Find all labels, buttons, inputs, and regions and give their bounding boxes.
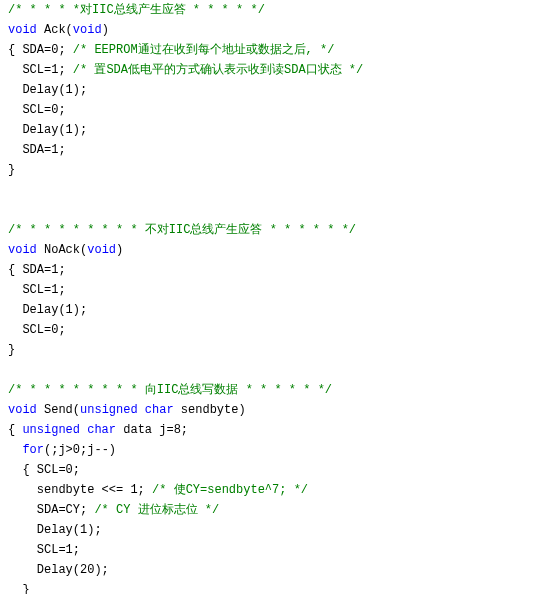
code-text: sendbyte <<= 1; (8, 483, 152, 497)
code-line: /* * * * * * * * * 向IIC总线写数据 * * * * * *… (8, 380, 527, 400)
code-text: Delay(1); (8, 303, 87, 317)
code-line: void NoAck(void) (8, 240, 527, 260)
code-text: SDA=1; (8, 143, 66, 157)
blank-line (8, 200, 527, 220)
comment: /* * * * * * * * * 向IIC总线写数据 * * * * * *… (8, 383, 332, 397)
code-text: (;j>0;j--) (44, 443, 116, 457)
code-text: ) (116, 243, 123, 257)
code-text (138, 403, 145, 417)
code-text: } (8, 163, 15, 177)
code-line: sendbyte <<= 1; /* 使CY=sendbyte^7; */ (8, 480, 527, 500)
code-line: /* * * * * * * * * 不对IIC总线产生应答 * * * * *… (8, 220, 527, 240)
comment: /* 使CY=sendbyte^7; */ (152, 483, 308, 497)
keyword: char (87, 423, 116, 437)
code-line: SCL=1; (8, 280, 527, 300)
code-line: SCL=1; (8, 540, 527, 560)
keyword: void (8, 23, 37, 37)
code-line: } (8, 340, 527, 360)
code-text: NoAck( (37, 243, 87, 257)
code-line: { unsigned char data j=8; (8, 420, 527, 440)
keyword: void (73, 23, 102, 37)
code-line: Delay(1); (8, 520, 527, 540)
code-line: /* * * * *对IIC总线产生应答 * * * * */ (8, 0, 527, 20)
code-text: { (8, 423, 22, 437)
code-line: SCL=1; /* 置SDA低电平的方式确认表示收到读SDA口状态 */ (8, 60, 527, 80)
code-text: SCL=1; (8, 283, 66, 297)
comment: /* * * * *对IIC总线产生应答 * * * * */ (8, 3, 265, 17)
keyword: void (8, 243, 37, 257)
code-text: SCL=0; (8, 323, 66, 337)
code-text: Delay(1); (8, 83, 87, 97)
code-line: Delay(1); (8, 300, 527, 320)
code-line: { SDA=1; (8, 260, 527, 280)
code-text: { SCL=0; (8, 463, 80, 477)
code-line: void Send(unsigned char sendbyte) (8, 400, 527, 420)
keyword: unsigned (80, 403, 138, 417)
comment: /* EEPROM通过在收到每个地址或数据之后, */ (73, 43, 335, 57)
code-line: SDA=CY; /* CY 进位标志位 */ (8, 500, 527, 520)
code-line: SCL=0; (8, 100, 527, 120)
blank-line (8, 180, 527, 200)
comment: /* 置SDA低电平的方式确认表示收到读SDA口状态 */ (73, 63, 363, 77)
code-line: } (8, 160, 527, 180)
comment: /* CY 进位标志位 */ (94, 503, 219, 517)
code-text: SDA=CY; (8, 503, 94, 517)
code-text: { SDA=0; (8, 43, 73, 57)
code-text: } (8, 343, 15, 357)
code-text: Send( (37, 403, 80, 417)
code-text: SCL=1; (8, 63, 73, 77)
code-text: sendbyte) (174, 403, 246, 417)
code-text: SCL=0; (8, 103, 66, 117)
keyword: char (145, 403, 174, 417)
code-line: Delay(20); (8, 560, 527, 580)
code-line: void Ack(void) (8, 20, 527, 40)
blank-line (8, 360, 527, 380)
code-text: } (8, 583, 30, 594)
keyword: void (8, 403, 37, 417)
code-line: { SDA=0; /* EEPROM通过在收到每个地址或数据之后, */ (8, 40, 527, 60)
code-text: Delay(1); (8, 123, 87, 137)
code-line: { SCL=0; (8, 460, 527, 480)
keyword: for (22, 443, 44, 457)
code-line: for(;j>0;j--) (8, 440, 527, 460)
code-text: data j=8; (116, 423, 188, 437)
code-line: Delay(1); (8, 120, 527, 140)
keyword: unsigned (22, 423, 80, 437)
keyword: void (87, 243, 116, 257)
code-text: SCL=1; (8, 543, 80, 557)
code-text: ) (102, 23, 109, 37)
comment: /* * * * * * * * * 不对IIC总线产生应答 * * * * *… (8, 223, 356, 237)
code-text: Delay(20); (8, 563, 109, 577)
code-line: } (8, 580, 527, 594)
code-text: Ack( (37, 23, 73, 37)
code-text (8, 443, 22, 457)
code-line: Delay(1); (8, 80, 527, 100)
code-text: { SDA=1; (8, 263, 66, 277)
code-text: Delay(1); (8, 523, 102, 537)
code-line: SDA=1; (8, 140, 527, 160)
code-line: SCL=0; (8, 320, 527, 340)
